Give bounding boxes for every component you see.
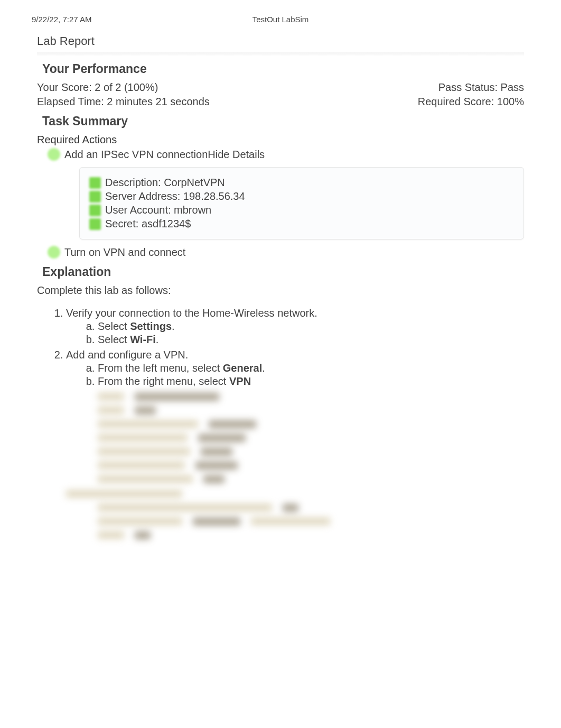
action-1-details: Description: CorpNetVPN Server Address: … xyxy=(79,167,524,239)
page-header: 9/22/22, 7:27 AM TestOut LabSim xyxy=(0,0,561,29)
task-summary-heading: Task Summary xyxy=(42,114,524,128)
substep-2a: From the left menu, select General. xyxy=(98,362,524,374)
step-1-substeps: Select Settings. Select Wi-Fi. xyxy=(98,320,524,346)
required-score: Required Score: 100% xyxy=(418,96,524,108)
detail-server: Server Address: 198.28.56.34 xyxy=(89,190,514,202)
pass-status: Pass Status: Pass xyxy=(438,81,524,94)
hide-details-toggle[interactable]: Hide Details xyxy=(208,149,265,161)
step-1-text: Verify your connection to the Home-Wirel… xyxy=(66,307,317,319)
detail-description: Description: CorpNetVPN xyxy=(89,177,514,189)
blurred-content-2 xyxy=(66,488,524,541)
steps-list: Verify your connection to the Home-Wirel… xyxy=(66,307,524,388)
step-2-substeps: From the left menu, select General. From… xyxy=(98,362,524,388)
detail-user: User Account: mbrown xyxy=(89,204,514,216)
action-2: Turn on VPN and connect xyxy=(48,246,524,259)
step-2: Add and configure a VPN. From the left m… xyxy=(66,349,524,388)
substep-1a: Select Settings. xyxy=(98,320,524,333)
detail-text: Secret: asdf1234$ xyxy=(105,218,191,230)
check-icon xyxy=(48,148,60,161)
performance-heading: Your Performance xyxy=(42,62,524,76)
detail-secret: Secret: asdf1234$ xyxy=(89,218,514,230)
elapsed-time: Elapsed Time: 2 minutes 21 seconds xyxy=(37,96,210,108)
blurred-content xyxy=(98,391,524,485)
check-icon xyxy=(89,191,101,202)
detail-text: User Account: mbrown xyxy=(105,204,211,216)
detail-text: Server Address: 198.28.56.34 xyxy=(105,190,245,202)
substep-2b: From the right menu, select VPN xyxy=(98,375,524,388)
your-score: Your Score: 2 of 2 (100%) xyxy=(37,81,158,94)
header-app-name: TestOut LabSim xyxy=(253,15,309,24)
check-icon xyxy=(89,218,101,230)
explanation-intro: Complete this lab as follows: xyxy=(37,284,524,297)
check-icon xyxy=(48,246,60,259)
action-1: Add an IPSec VPN connectionHide Details xyxy=(48,148,524,161)
step-1: Verify your connection to the Home-Wirel… xyxy=(66,307,524,346)
lab-report-title: Lab Report xyxy=(37,34,524,48)
check-icon xyxy=(89,205,101,216)
substep-1b: Select Wi-Fi. xyxy=(98,334,524,346)
check-icon xyxy=(89,177,101,189)
header-date: 9/22/22, 7:27 AM xyxy=(32,15,91,24)
divider xyxy=(37,52,524,56)
explanation-heading: Explanation xyxy=(42,265,524,279)
action-1-label: Add an IPSec VPN connection xyxy=(64,149,208,161)
step-2-text: Add and configure a VPN. xyxy=(66,349,188,361)
detail-text: Description: CorpNetVPN xyxy=(105,177,225,189)
action-2-label: Turn on VPN and connect xyxy=(64,246,185,259)
required-actions-label: Required Actions xyxy=(37,134,524,146)
